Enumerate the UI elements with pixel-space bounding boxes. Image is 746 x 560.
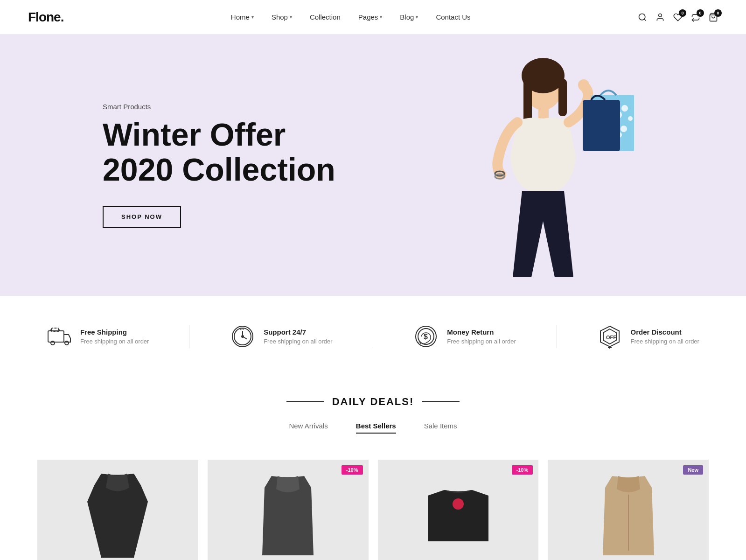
nav-blog[interactable]: Blog ▾ [400, 13, 418, 21]
product-badge-4: New [683, 465, 703, 475]
hero-cta-button[interactable]: SHOP NOW [103, 206, 181, 228]
wishlist-button[interactable]: 0 [673, 13, 683, 22]
hero-subtitle: Smart Products [103, 103, 335, 111]
product-badge-2: -10% [342, 465, 363, 475]
hero-section: Smart Products Winter Offer 2020 Collect… [0, 35, 746, 296]
product-tabs: New Arrivals Best Sellers Sale Items [37, 422, 709, 434]
feature-divider-2 [373, 325, 373, 348]
tab-best-sellers[interactable]: Best Sellers [356, 422, 396, 434]
cart-button[interactable]: 0 [709, 13, 718, 22]
svg-rect-22 [583, 100, 620, 151]
svg-point-0 [639, 14, 645, 20]
svg-rect-25 [48, 331, 64, 342]
nav-shop[interactable]: Shop ▾ [272, 13, 292, 21]
svg-point-9 [578, 79, 589, 91]
svg-point-35 [242, 336, 244, 337]
product-card-1[interactable] [37, 460, 198, 560]
compare-badge: 0 [697, 9, 704, 17]
product-badge-3: -10% [512, 465, 533, 475]
svg-line-1 [644, 19, 646, 21]
nav-home[interactable]: Home ▾ [231, 13, 254, 21]
svg-rect-7 [558, 79, 567, 116]
feature-money-return-text: Money Return Free shipping on all order [447, 328, 516, 345]
product-card-3[interactable]: -10% [378, 460, 539, 560]
feature-support: 24 Support 24/7 Free shipping on all ord… [230, 324, 332, 349]
header-actions: 0 0 0 [638, 13, 718, 22]
title-line-right [422, 401, 460, 402]
svg-point-45 [453, 498, 464, 510]
svg-text:OFF: OFF [606, 335, 616, 340]
main-nav: Home ▾ Shop ▾ Collection Pages ▾ Blog ▾ … [231, 13, 471, 21]
title-line-left [286, 401, 324, 402]
search-button[interactable] [638, 13, 647, 22]
hero-illustration [457, 53, 634, 296]
feature-money-return: $ Money Return Free shipping on all orde… [413, 324, 516, 349]
tab-new-arrivals[interactable]: New Arrivals [289, 422, 328, 434]
feature-divider-1 [189, 325, 190, 348]
product-card-2[interactable]: -10% [208, 460, 369, 560]
product-image-2: -10% [208, 460, 369, 560]
hero-content: Smart Products Winter Offer 2020 Collect… [0, 65, 335, 265]
svg-point-13 [621, 105, 628, 112]
svg-text:$: $ [424, 333, 428, 341]
features-bar: Free Shipping Free shipping on all order… [0, 296, 746, 377]
nav-collection[interactable]: Collection [310, 13, 341, 21]
nav-pages[interactable]: Pages ▾ [358, 13, 383, 21]
svg-point-2 [659, 14, 662, 17]
truck-icon [47, 324, 72, 349]
section-title: DAILY DEALS! [37, 396, 709, 408]
feature-support-text: Support 24/7 Free shipping on all order [264, 328, 332, 345]
product-image-4: New [548, 460, 709, 560]
product-card-4[interactable]: New [548, 460, 709, 560]
nav-blog-arrow: ▾ [416, 14, 418, 20]
feature-divider-3 [556, 325, 557, 348]
nav-contact[interactable]: Contact Us [436, 13, 470, 21]
tab-sale-items[interactable]: Sale Items [424, 422, 457, 434]
feature-free-shipping-text: Free Shipping Free shipping on all order [80, 328, 149, 345]
feature-free-shipping: Free Shipping Free shipping on all order [47, 324, 149, 349]
svg-point-16 [628, 116, 633, 121]
wishlist-badge: 0 [679, 9, 686, 17]
nav-pages-arrow: ▾ [380, 14, 382, 20]
product-grid: -10% -10% New [0, 460, 746, 560]
compare-button[interactable]: 0 [691, 13, 700, 22]
nav-shop-arrow: ▾ [290, 14, 292, 20]
dollar-icon: $ [413, 324, 439, 349]
product-image-1 [37, 460, 198, 560]
svg-point-19 [621, 126, 627, 132]
site-header: Flone. Home ▾ Shop ▾ Collection Pages ▾ … [0, 0, 746, 35]
daily-deals-section: DAILY DEALS! New Arrivals Best Sellers S… [0, 377, 746, 460]
feature-order-discount-text: Order Discount Free shipping on all orde… [631, 328, 699, 345]
clock-icon: 24 [230, 324, 255, 349]
hero-title: Winter Offer 2020 Collection [103, 117, 335, 187]
product-image-3: -10% [378, 460, 539, 560]
hero-image [438, 35, 653, 296]
nav-home-arrow: ▾ [251, 14, 254, 20]
tag-icon: OFF [597, 324, 622, 349]
svg-text:24: 24 [240, 327, 244, 331]
account-button[interactable] [655, 13, 665, 22]
cart-badge: 0 [714, 9, 722, 17]
site-logo[interactable]: Flone. [28, 10, 63, 25]
feature-order-discount: OFF Order Discount Free shipping on all … [597, 324, 699, 349]
